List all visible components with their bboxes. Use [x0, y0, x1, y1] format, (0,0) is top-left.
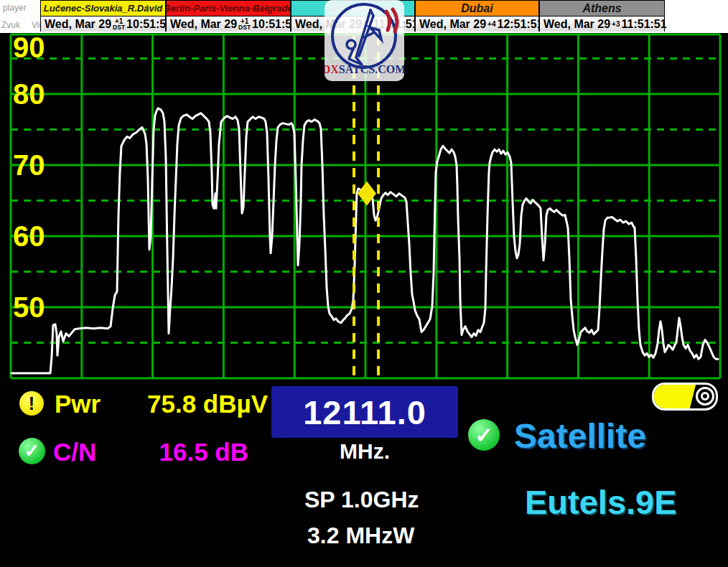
satellite-name: Eutels.9E [525, 482, 677, 522]
grid [11, 34, 720, 378]
y-tick-90: 90 [13, 32, 45, 63]
dxsatcs-logo: DXSATCS.COM [325, 0, 404, 81]
spectrum-analyzer-screen: player Zvuk Vid Lučenec-Slovakia_R.Dávid… [0, 0, 728, 567]
satellite-ok-check-icon: ✓ [468, 419, 500, 451]
y-tick-50: 50 [13, 291, 45, 323]
svg-text:DXSATCS.COM: DXSATCS.COM [325, 63, 404, 75]
frequency-value: 12111.0 [303, 393, 426, 432]
cn-ok-check-icon: ✓ [19, 438, 45, 464]
power-value: 75.8 dBµV [108, 390, 268, 418]
frequency-display[interactable]: 12111.0 [271, 386, 458, 438]
y-tick-60: 60 [13, 220, 45, 252]
satellite-label: Satellite [514, 416, 646, 456]
bandwidth-value: 3.2 MHzW [307, 523, 414, 549]
y-axis-labels: 9080706050 [13, 32, 45, 323]
y-tick-80: 80 [13, 78, 45, 110]
frequency-unit-label: MHz. [271, 439, 458, 464]
cn-value: 16.5 dB [108, 438, 248, 467]
cn-label: C/N [53, 438, 96, 467]
battery-icon [652, 383, 718, 411]
logo-text-dx: DX [325, 63, 339, 75]
power-label: Pwr [55, 390, 101, 418]
logo-text-rest: SATCS.COM [339, 63, 404, 75]
warning-icon: ! [19, 391, 44, 416]
y-tick-70: 70 [13, 149, 45, 181]
span-value: SP 1.0GHz [304, 487, 419, 513]
